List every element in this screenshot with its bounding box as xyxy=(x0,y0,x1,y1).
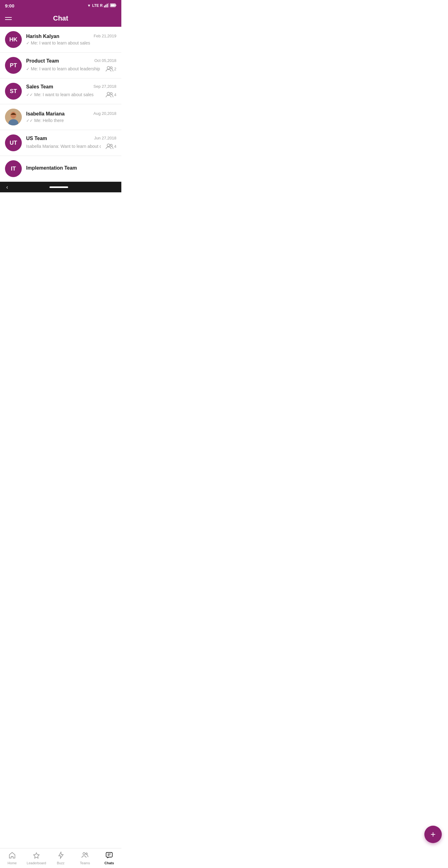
chat-preview-product-team: ✓Me: I want to learn about leadership xyxy=(26,66,100,71)
svg-rect-0 xyxy=(104,6,105,7)
status-time: 9:00 xyxy=(5,3,14,8)
chat-item-implementation-team[interactable]: ITImplementation Team xyxy=(0,156,121,182)
menu-button[interactable] xyxy=(5,17,12,20)
avatar-implementation-team: IT xyxy=(5,160,22,177)
chat-preview-us-team: Isabella Mariana: Want to learn about co… xyxy=(26,144,101,149)
svg-point-7 xyxy=(107,66,110,69)
double-check-icon: ✓✓ xyxy=(26,118,33,123)
single-check-icon: ✓ xyxy=(26,41,30,45)
chat-item-sales-team[interactable]: STSales TeamSep 27,2018✓✓Me: I want to l… xyxy=(0,79,121,104)
chat-name-us-team: US Team xyxy=(26,136,47,141)
chat-item-us-team[interactable]: UTUS TeamJun 27,2018Isabella Mariana: Wa… xyxy=(0,130,121,156)
chat-name-sales-team: Sales Team xyxy=(26,84,53,90)
chat-content-harish-kalyan: Harish KalyanFeb 21,2019✓Me: I want to l… xyxy=(26,34,116,45)
chat-list: HKHarish KalyanFeb 21,2019✓Me: I want to… xyxy=(0,27,121,182)
home-gesture-pill[interactable] xyxy=(50,186,68,188)
wifi-icon: ▼ xyxy=(87,3,91,8)
svg-rect-1 xyxy=(105,5,106,7)
svg-rect-3 xyxy=(108,3,109,7)
avatar-sales-team: ST xyxy=(5,83,22,100)
svg-rect-6 xyxy=(111,4,115,6)
chat-preview-harish-kalyan: ✓Me: I want to learn about sales xyxy=(26,40,90,45)
chat-content-sales-team: Sales TeamSep 27,2018✓✓Me: I want to lea… xyxy=(26,84,116,98)
chat-item-product-team[interactable]: PTProduct TeamOct 05,2018✓Me: I want to … xyxy=(0,53,121,79)
svg-point-17 xyxy=(110,144,112,146)
chat-name-product-team: Product Team xyxy=(26,58,59,64)
group-icon xyxy=(106,65,113,72)
chat-content-product-team: Product TeamOct 05,2018✓Me: I want to le… xyxy=(26,58,116,72)
chat-content-us-team: US TeamJun 27,2018Isabella Mariana: Want… xyxy=(26,136,116,150)
chat-preview-isabella-mariana: ✓✓Me: Hello there xyxy=(26,118,64,123)
svg-point-10 xyxy=(110,92,112,95)
back-button[interactable]: ‹ xyxy=(6,184,8,190)
single-check-icon: ✓ xyxy=(26,67,30,71)
svg-point-8 xyxy=(110,67,112,69)
chat-content-isabella-mariana: Isabella MarianaAug 20,2018✓✓Me: Hello t… xyxy=(26,111,116,123)
battery-icon xyxy=(110,3,116,8)
status-bar: 9:00 ▼ LTE R xyxy=(0,0,121,11)
member-count-sales-team: 4 xyxy=(106,91,116,98)
chat-date-sales-team: Sep 27,2018 xyxy=(93,84,116,89)
signal-icon xyxy=(104,3,109,8)
chat-date-us-team: Jun 27,2018 xyxy=(94,136,116,141)
member-count-product-team: 2 xyxy=(106,65,116,72)
chat-item-harish-kalyan[interactable]: HKHarish KalyanFeb 21,2019✓Me: I want to… xyxy=(0,27,121,53)
chat-content-implementation-team: Implementation Team xyxy=(26,165,116,172)
page-title: Chat xyxy=(5,14,116,23)
avatar-us-team: UT xyxy=(5,134,22,151)
avatar-isabella-mariana xyxy=(5,108,22,125)
avatar-harish-kalyan: HK xyxy=(5,31,22,48)
svg-point-9 xyxy=(107,92,110,95)
status-icons: ▼ LTE R xyxy=(87,3,116,8)
lte-indicator: LTE R xyxy=(92,3,103,8)
double-check-icon: ✓✓ xyxy=(26,92,33,97)
chat-date-isabella-mariana: Aug 20,2018 xyxy=(93,111,116,116)
chat-date-product-team: Oct 05,2018 xyxy=(94,58,116,63)
avatar-product-team: PT xyxy=(5,57,22,74)
chat-name-harish-kalyan: Harish Kalyan xyxy=(26,34,59,39)
chat-name-isabella-mariana: Isabella Mariana xyxy=(26,111,65,117)
svg-point-16 xyxy=(107,144,110,147)
svg-rect-5 xyxy=(116,4,116,6)
svg-rect-2 xyxy=(107,4,108,7)
group-icon xyxy=(106,91,113,98)
header: Chat xyxy=(0,11,121,27)
group-icon xyxy=(106,143,113,150)
chat-date-harish-kalyan: Feb 21,2019 xyxy=(94,34,116,38)
gesture-bar: ‹ xyxy=(0,182,121,192)
chat-preview-sales-team: ✓✓Me: I want to learn about sales xyxy=(26,92,94,97)
member-count-us-team: 4 xyxy=(106,143,116,150)
chat-item-isabella-mariana[interactable]: Isabella MarianaAug 20,2018✓✓Me: Hello t… xyxy=(0,104,121,130)
chat-name-implementation-team: Implementation Team xyxy=(26,165,77,171)
